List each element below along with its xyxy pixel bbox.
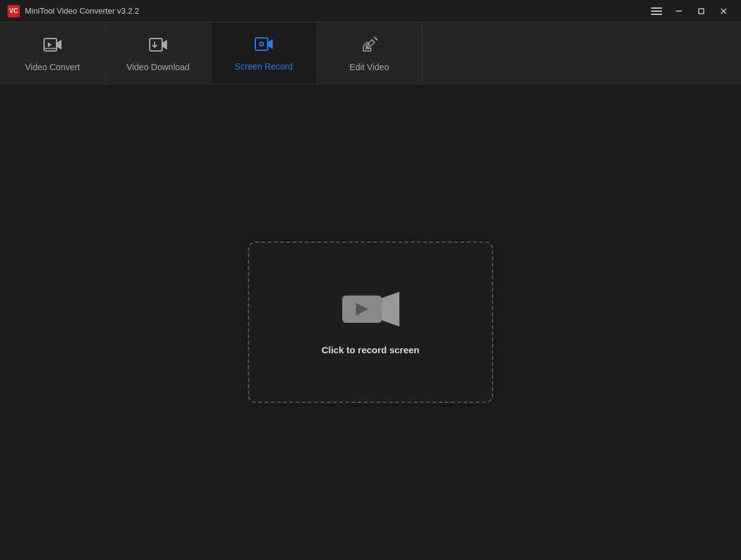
main-content: Click to record screen: [0, 84, 741, 560]
svg-rect-5: [150, 38, 162, 51]
tab-video-download[interactable]: Video Download: [106, 22, 211, 84]
svg-point-8: [260, 43, 263, 45]
tab-edit-video[interactable]: Edit Video: [317, 22, 422, 84]
app-title: MiniTool Video Converter v3.2.2: [25, 6, 139, 16]
video-download-icon: [148, 35, 168, 57]
svg-rect-1: [699, 9, 704, 14]
screen-record-icon: [254, 34, 274, 56]
title-bar-left: VC MiniTool Video Converter v3.2.2: [7, 5, 139, 17]
app-logo: VC: [7, 5, 20, 17]
record-area[interactable]: Click to record screen: [248, 242, 493, 403]
maximize-button[interactable]: [691, 4, 711, 19]
camera-record-icon: [340, 289, 402, 330]
hamburger-icon: [651, 7, 662, 15]
menu-button[interactable]: [647, 4, 666, 19]
tab-bar: Video Convert Video Download Screen Reco…: [0, 22, 741, 84]
tab-video-convert-label: Video Convert: [25, 62, 80, 72]
minimize-button[interactable]: [669, 4, 689, 19]
record-prompt: Click to record screen: [322, 345, 420, 355]
tab-video-convert[interactable]: Video Convert: [0, 22, 106, 84]
window-controls: [647, 4, 734, 19]
record-icon-container: [340, 289, 402, 330]
title-bar: VC MiniTool Video Converter v3.2.2: [0, 0, 741, 22]
tab-screen-record-label: Screen Record: [235, 61, 293, 71]
svg-marker-11: [382, 292, 399, 327]
tab-screen-record[interactable]: Screen Record: [211, 22, 317, 84]
tab-video-download-label: Video Download: [127, 62, 190, 72]
svg-rect-0: [676, 11, 682, 12]
edit-video-icon: [360, 35, 380, 57]
close-button[interactable]: [714, 4, 734, 19]
video-convert-icon: [43, 35, 63, 57]
tab-edit-video-label: Edit Video: [350, 62, 389, 72]
